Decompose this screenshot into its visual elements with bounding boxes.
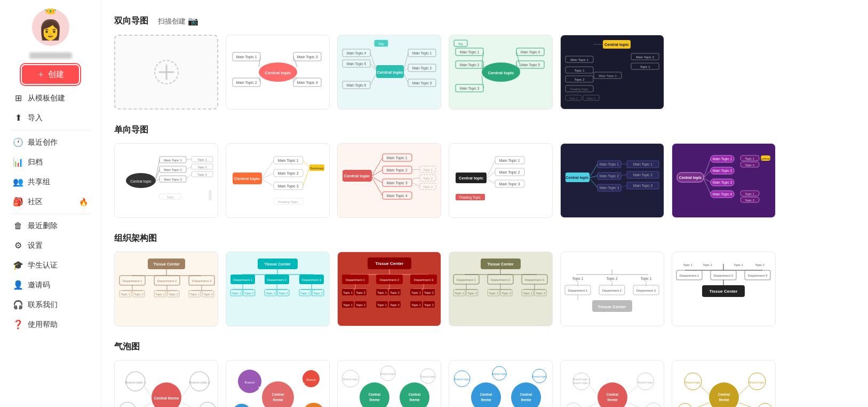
section-header-bubble: 气泡图 bbox=[114, 341, 855, 353]
create-button[interactable]: ＋ 创建 bbox=[22, 65, 79, 84]
avatar: 👑 👩 bbox=[32, 9, 69, 46]
template-card-bidirectional-3[interactable]: Tag Central topic Main Topic 1 Main Topi… bbox=[449, 35, 553, 109]
sidebar-item-recent-delete[interactable]: 🗑 最近删除 bbox=[0, 216, 101, 236]
svg-line-386 bbox=[259, 387, 262, 392]
svg-text:Main Topic 4: Main Topic 4 bbox=[386, 194, 407, 198]
svg-line-461 bbox=[692, 403, 709, 407]
sidebar-item-template[interactable]: ⊞ 从模板创建 bbox=[0, 88, 101, 108]
template-card-uni-5[interactable]: Central topic Main Topic 1 Main Topic 2 … bbox=[560, 143, 664, 218]
svg-line-387 bbox=[294, 383, 305, 391]
svg-text:Main Topic 2: Main Topic 2 bbox=[633, 173, 653, 177]
sidebar-item-help[interactable]: ❓ 使用帮助 bbox=[0, 315, 101, 334]
template-card-bidirectional-4[interactable]: Central topic Main Topic 1 Topic 1 Topic… bbox=[560, 35, 664, 109]
template-card-org-1[interactable]: Tissue Center Department 1 Department 2 … bbox=[114, 252, 218, 326]
svg-text:Tissue Center: Tissue Center bbox=[376, 261, 404, 266]
svg-text:Topic 2: Topic 2 bbox=[423, 177, 432, 180]
svg-text:Department 3: Department 3 bbox=[748, 274, 768, 277]
svg-text:Central topic: Central topic bbox=[234, 176, 260, 181]
svg-text:Topic 1: Topic 1 bbox=[574, 69, 585, 72]
recent-label: 最近创作 bbox=[28, 138, 58, 147]
svg-text:Main Topic 4: Main Topic 4 bbox=[297, 81, 317, 85]
svg-line-142 bbox=[412, 183, 420, 186]
svg-text:Topic 2: Topic 2 bbox=[278, 292, 288, 295]
add-new-card[interactable] bbox=[114, 35, 218, 109]
svg-text:Central: Central bbox=[718, 393, 730, 396]
template-card-bubble-4[interactable]: Central theme Central theme Branch topic… bbox=[449, 360, 553, 407]
svg-line-444 bbox=[627, 403, 646, 407]
svg-text:Tissue Center: Tissue Center bbox=[710, 289, 738, 294]
svg-line-98 bbox=[186, 167, 192, 169]
crown-icon: 👑 bbox=[44, 9, 57, 15]
template-card-bubble-3[interactable]: Central theme Central theme Branch topic… bbox=[337, 360, 441, 407]
template-card-uni-4[interactable]: Central topic Main Topic 1 Main Topic 2 … bbox=[449, 143, 553, 218]
svg-text:Main Topic 3: Main Topic 3 bbox=[164, 178, 182, 181]
sidebar-item-contact[interactable]: 🎧 联系我们 bbox=[0, 295, 101, 315]
template-card-org-2[interactable]: Tissue Center Department 1 Department 2 … bbox=[226, 252, 330, 326]
svg-text:Central: Central bbox=[520, 393, 532, 396]
svg-text:Topic 3: Topic 3 bbox=[423, 185, 432, 189]
share-icon: 👥 bbox=[13, 177, 23, 187]
svg-text:Topic 3: Topic 3 bbox=[197, 173, 206, 176]
svg-text:theme: theme bbox=[521, 398, 531, 402]
scan-create-button[interactable]: 扫描创建 📷 bbox=[155, 15, 202, 27]
template-card-bubble-6[interactable]: Central theme Branch topic Branch topic … bbox=[672, 360, 776, 407]
sidebar-item-recent[interactable]: 🕐 最近创作 bbox=[0, 132, 101, 152]
svg-line-96 bbox=[156, 179, 160, 181]
svg-text:Topic 1: Topic 1 bbox=[190, 293, 199, 296]
svg-text:Department 2: Department 2 bbox=[602, 289, 622, 292]
svg-text:Central topic: Central topic bbox=[488, 71, 514, 75]
sidebar-item-settings[interactable]: ⚙ 设置 bbox=[0, 236, 101, 255]
svg-text:Central topic: Central topic bbox=[130, 179, 152, 184]
sidebar-item-community[interactable]: 🎒 社区 🔥 bbox=[0, 192, 101, 212]
sidebar-item-import[interactable]: ⬆ 导入 bbox=[0, 108, 101, 128]
bidirectional-grid: Central topic Main Topic 1 Main Topic 2 … bbox=[114, 35, 855, 109]
template-card-org-5[interactable]: Topic 1 Topic 2 Topic 1 Department 1 Dep… bbox=[560, 252, 664, 326]
svg-line-38 bbox=[404, 74, 408, 83]
svg-text:Central topic: Central topic bbox=[566, 176, 589, 180]
svg-line-371 bbox=[181, 403, 199, 407]
svg-text:Main Topic 6: Main Topic 6 bbox=[347, 83, 367, 88]
section-title-orgchart: 组织架构图 bbox=[114, 233, 157, 244]
svg-text:Main Topic 2: Main Topic 2 bbox=[412, 66, 432, 71]
template-card-org-4[interactable]: Tissue Center Department 1 Department 2 … bbox=[449, 252, 553, 326]
template-card-bidirectional-1[interactable]: Central topic Main Topic 1 Main Topic 2 … bbox=[226, 35, 330, 109]
svg-text:Branch topic 2: Branch topic 2 bbox=[189, 381, 210, 384]
svg-text:Topic 2: Topic 2 bbox=[574, 78, 585, 81]
sidebar-item-invite[interactable]: 👤 邀请码 bbox=[0, 275, 101, 295]
svg-line-460 bbox=[739, 386, 748, 395]
sidebar-item-share[interactable]: 👥 共享组 bbox=[0, 172, 101, 192]
svg-text:Department 2: Department 2 bbox=[267, 278, 287, 281]
template-card-bubble-1[interactable]: Central theme Branch topic 1 Branch topi… bbox=[114, 360, 218, 407]
svg-text:Main Topic 1: Main Topic 1 bbox=[633, 162, 653, 167]
section-title-bubble: 气泡图 bbox=[114, 341, 140, 353]
svg-text:Topic 2: Topic 2 bbox=[587, 97, 595, 100]
template-card-org-3[interactable]: Tissue Center Department 1 Department 2 … bbox=[337, 252, 441, 326]
svg-text:Branch topic 1: Branch topic 1 bbox=[125, 381, 146, 384]
svg-line-368 bbox=[144, 385, 152, 397]
svg-text:Topic 2: Topic 2 bbox=[169, 293, 178, 296]
svg-text:Department 1: Department 1 bbox=[457, 278, 476, 281]
template-card-uni-3[interactable]: Central topic Main Topic 1 Main Topic 2 … bbox=[337, 143, 441, 218]
template-card-uni-2[interactable]: Central topic Main Topic 1 Main Topic 2 … bbox=[226, 143, 330, 218]
svg-text:Topic 2: Topic 2 bbox=[356, 303, 365, 307]
svg-text:Branch topic: Branch topic bbox=[638, 381, 653, 384]
svg-text:Central: Central bbox=[607, 393, 619, 396]
contact-label: 联系我们 bbox=[28, 300, 58, 310]
svg-point-382 bbox=[303, 403, 324, 407]
unidirectional-grid: Central topic Main Topic 1 Main Topic 2 … bbox=[114, 143, 855, 218]
sidebar-item-archive[interactable]: 📊 归档 bbox=[0, 152, 101, 172]
svg-text:theme: theme bbox=[607, 398, 618, 402]
template-card-org-6[interactable]: Topic 1 Topic 2 Topic 1 Topic 2 Departme… bbox=[672, 252, 776, 326]
svg-point-356 bbox=[152, 382, 181, 407]
template-card-bubble-5[interactable]: Central theme Branch topic 1 Branch topi… bbox=[560, 360, 664, 407]
template-card-uni-1[interactable]: Central topic Main Topic 1 Main Topic 2 … bbox=[114, 143, 218, 218]
template-card-uni-6[interactable]: Central topic Main Topic 1 Main Topic 2 … bbox=[672, 143, 776, 218]
template-card-bubble-2[interactable]: Central theme Branch Branch Branch Branc… bbox=[226, 360, 330, 407]
import-label: 导入 bbox=[28, 113, 43, 123]
svg-text:Central: Central bbox=[272, 393, 284, 396]
template-card-bidirectional-2[interactable]: Tag Central topic Main Topic 4 Main Topi… bbox=[337, 35, 441, 109]
sidebar: 👑 👩 ＋ 创建 ⊞ 从模板创建 ⬆ 导入 🕐 最近创作 📊 归档 👥 共享组 … bbox=[0, 0, 101, 407]
svg-text:Main Topic 1: Main Topic 1 bbox=[713, 157, 732, 161]
sidebar-item-student[interactable]: 🎓 学生认证 bbox=[0, 255, 101, 275]
svg-line-94 bbox=[156, 160, 160, 178]
